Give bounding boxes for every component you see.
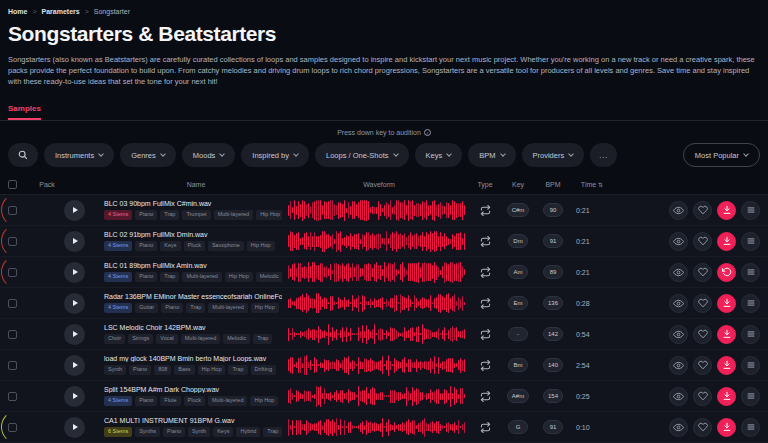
download-button[interactable] <box>717 294 736 313</box>
tag-pill[interactable]: Piano <box>135 241 157 251</box>
tag-pill[interactable]: Hip Hop <box>250 396 278 406</box>
preview-eye-icon[interactable] <box>669 356 688 375</box>
tag-pill[interactable]: 808 <box>154 365 171 375</box>
waveform[interactable] <box>288 322 470 346</box>
filter-providers[interactable]: Providers <box>522 143 585 167</box>
select-all-checkbox[interactable] <box>8 180 17 189</box>
tag-pill[interactable]: Saxophone <box>208 241 244 251</box>
download-button[interactable] <box>717 201 736 220</box>
sample-row[interactable]: LSC Melodic Choir 142BPM.wav ChoirString… <box>0 319 768 350</box>
tag-pill[interactable]: Trumpet <box>182 210 210 220</box>
tag-pill[interactable]: Strings <box>128 334 153 344</box>
more-options-menu-icon[interactable] <box>741 325 760 344</box>
play-button[interactable] <box>64 417 85 438</box>
breadcrumb-home[interactable]: Home <box>8 8 27 15</box>
stems-badge[interactable]: 6 Stems <box>104 427 132 437</box>
column-header-key[interactable]: Key <box>500 181 536 188</box>
download-button[interactable] <box>717 418 736 437</box>
download-button[interactable] <box>717 356 736 375</box>
filter-moods[interactable]: Moods <box>182 143 236 167</box>
play-button[interactable] <box>64 355 85 376</box>
tag-pill[interactable]: Piano <box>135 396 157 406</box>
waveform[interactable] <box>288 353 470 377</box>
sample-row[interactable]: BLC 03 90bpm FullMix C#min.wav 4 StemsPi… <box>0 195 768 226</box>
tag-pill[interactable]: Synth <box>104 365 126 375</box>
preview-eye-icon[interactable] <box>669 232 688 251</box>
waveform[interactable] <box>288 384 470 408</box>
sample-row[interactable]: BLC 01 89bpm FullMix Amin.wav 4 StemsPia… <box>0 257 768 288</box>
add-to-likes-heart-icon[interactable] <box>693 387 712 406</box>
tag-pill[interactable]: Trap <box>160 272 179 282</box>
tag-pill[interactable]: Trap <box>160 210 179 220</box>
tag-pill[interactable]: Trap <box>253 334 272 344</box>
add-to-likes-heart-icon[interactable] <box>693 294 712 313</box>
filter-instruments[interactable]: Instruments <box>44 143 114 167</box>
tag-pill[interactable]: Trap <box>186 303 205 313</box>
tag-pill[interactable]: Bass <box>174 365 194 375</box>
column-header-bpm[interactable]: BPM <box>536 181 570 188</box>
add-to-likes-heart-icon[interactable] <box>693 325 712 344</box>
tag-pill[interactable]: Multi-layered <box>214 210 253 220</box>
tag-pill[interactable]: Hip Hop <box>247 241 275 251</box>
column-header-time[interactable]: Time ⇅ <box>570 181 614 188</box>
tag-pill[interactable]: Multi-layered <box>182 272 221 282</box>
more-options-menu-icon[interactable] <box>741 232 760 251</box>
preview-eye-icon[interactable] <box>669 325 688 344</box>
download-button[interactable] <box>717 325 736 344</box>
more-options-menu-icon[interactable] <box>741 356 760 375</box>
breadcrumb-parameters[interactable]: Parameters <box>42 8 80 15</box>
tag-pill[interactable]: Melodic <box>256 272 282 282</box>
more-options-menu-icon[interactable] <box>741 294 760 313</box>
tag-pill[interactable]: Hip Hop <box>225 272 253 282</box>
filter-genres[interactable]: Genres <box>120 143 176 167</box>
column-header-name[interactable]: Name <box>104 181 288 188</box>
info-icon[interactable]: i <box>424 129 431 136</box>
add-to-likes-heart-icon[interactable] <box>693 263 712 282</box>
tag-pill[interactable]: Piano <box>129 365 151 375</box>
waveform[interactable] <box>288 198 470 222</box>
tag-pill[interactable]: Pluck <box>184 396 205 406</box>
filter-loops-one-shots[interactable]: Loops / One-Shots <box>315 143 409 167</box>
search-button[interactable] <box>8 143 38 167</box>
stems-badge[interactable]: 4 Stems <box>104 210 132 220</box>
tag-pill[interactable]: Flute <box>160 396 180 406</box>
play-button[interactable] <box>64 293 85 314</box>
tag-pill[interactable]: Synths <box>135 427 160 437</box>
tag-pill[interactable]: Trap <box>228 365 247 375</box>
filter-inspired-by[interactable]: Inspired by <box>241 143 309 167</box>
sample-row[interactable]: Split 154BPM A#m Dark Choppy.wav 4 Stems… <box>0 381 768 412</box>
column-header-waveform[interactable]: Waveform <box>288 181 470 188</box>
sort-dropdown[interactable]: Most Popular <box>683 143 760 167</box>
column-header-pack[interactable]: Pack <box>30 181 64 188</box>
stems-badge[interactable]: 4 Stems <box>104 396 132 406</box>
preview-eye-icon[interactable] <box>669 418 688 437</box>
add-to-likes-heart-icon[interactable] <box>693 201 712 220</box>
preview-eye-icon[interactable] <box>669 201 688 220</box>
sample-row[interactable]: Radar 136BPM EMinor Master essenceofsari… <box>0 288 768 319</box>
tag-pill[interactable]: Piano <box>135 210 157 220</box>
tag-pill[interactable]: Synth <box>188 427 210 437</box>
play-button[interactable] <box>64 231 85 252</box>
tag-pill[interactable]: Keys <box>213 427 233 437</box>
tag-pill[interactable]: Hip Hop <box>256 210 282 220</box>
tag-pill[interactable]: Piano <box>163 427 185 437</box>
waveform[interactable] <box>288 291 470 315</box>
play-button[interactable] <box>64 386 85 407</box>
tag-pill[interactable]: Piano <box>135 272 157 282</box>
sample-row[interactable]: BLC 02 91bpm FullMix Dmin.wav 4 StemsPia… <box>0 226 768 257</box>
sample-row[interactable]: load my glock 140BPM Bmin berto Major Lo… <box>0 350 768 381</box>
tag-pill[interactable]: Guitar <box>135 303 158 313</box>
tag-pill[interactable]: Pluck <box>184 241 205 251</box>
waveform[interactable] <box>288 229 470 253</box>
redownload-button[interactable] <box>717 263 736 282</box>
preview-eye-icon[interactable] <box>669 294 688 313</box>
stems-badge[interactable]: 4 Stems <box>104 241 132 251</box>
waveform[interactable] <box>288 260 470 284</box>
play-button[interactable] <box>64 200 85 221</box>
tag-pill[interactable]: Choir <box>104 334 125 344</box>
download-button[interactable] <box>717 387 736 406</box>
play-button[interactable] <box>64 324 85 345</box>
tag-pill[interactable]: Hip Hop <box>198 365 226 375</box>
more-options-menu-icon[interactable] <box>741 201 760 220</box>
add-to-likes-heart-icon[interactable] <box>693 232 712 251</box>
